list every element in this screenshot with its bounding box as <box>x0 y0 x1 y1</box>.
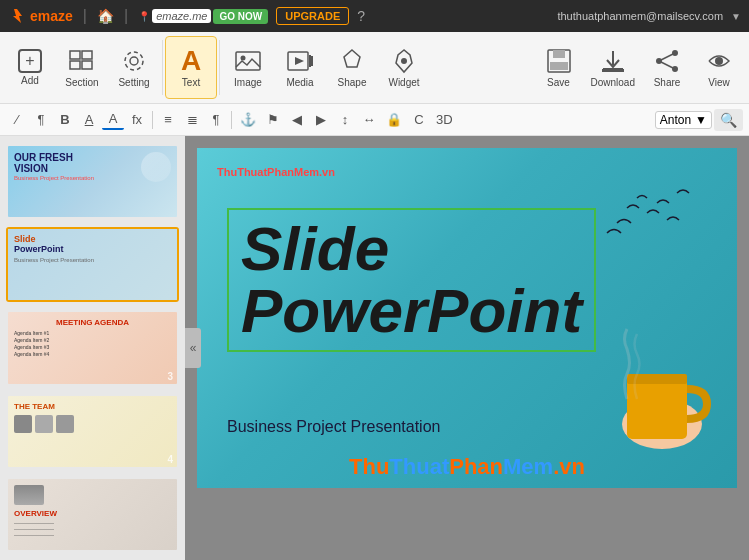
download-icon <box>599 47 627 75</box>
view-label: View <box>708 77 730 88</box>
emaze-me-text: emaze.me <box>152 9 211 23</box>
sec-3d-tool[interactable]: 3D <box>432 110 457 129</box>
save-icon <box>545 47 573 75</box>
svg-point-6 <box>125 52 143 70</box>
svg-point-24 <box>715 57 723 65</box>
slide-thumb-3[interactable]: MEETING AGENDA Agenda Item #1Agenda Item… <box>6 310 179 385</box>
svg-marker-13 <box>344 50 360 67</box>
canvas-title-box[interactable]: Slide PowerPoint <box>227 208 596 352</box>
sec-italic-tool[interactable]: ∕ <box>6 110 28 129</box>
svg-marker-0 <box>13 9 22 23</box>
slide2-main-title: PowerPoint <box>14 245 171 255</box>
emaze-me-label: emaze.me <box>156 10 207 22</box>
view-tool[interactable]: View <box>693 36 745 99</box>
nav-divider: | <box>83 7 87 25</box>
wm-phan: Phan <box>449 454 503 479</box>
slide-thumb-4[interactable]: THE TEAM 4 <box>6 394 179 469</box>
home-icon[interactable]: 🏠 <box>97 8 114 24</box>
media-icon <box>286 47 314 75</box>
sec-para-tool[interactable]: ¶ <box>30 110 52 129</box>
download-tool[interactable]: Download <box>585 36 641 99</box>
slide3-list: Agenda Item #1Agenda Item #2Agenda Item … <box>14 330 171 358</box>
svg-point-14 <box>401 58 407 64</box>
svg-line-22 <box>659 53 675 61</box>
sec-copyright-tool[interactable]: C <box>408 110 430 129</box>
emaze-flame-icon <box>8 7 26 25</box>
widget-tool[interactable]: Widget <box>378 36 430 99</box>
sec-flag-tool[interactable]: ⚑ <box>262 110 284 129</box>
text-label: Text <box>182 77 200 88</box>
sec-lock-tool[interactable]: 🔒 <box>382 110 406 129</box>
sec-bold-tool[interactable]: B <box>54 110 76 129</box>
sec-number-tool[interactable]: ≣ <box>181 110 203 129</box>
slides-panel: OUR FRESHVISION Business Project Present… <box>0 136 185 560</box>
text-tool[interactable]: A Text <box>165 36 217 99</box>
font-name: Anton <box>660 113 691 127</box>
svg-rect-2 <box>82 51 92 59</box>
media-tool[interactable]: Media <box>274 36 326 99</box>
wm-thuat: Thuat <box>389 454 449 479</box>
section-label: Section <box>65 77 98 88</box>
svg-point-5 <box>130 57 138 65</box>
save-tool[interactable]: Save <box>533 36 585 99</box>
slide-thumb-2[interactable]: Slide PowerPoint Business Project Presen… <box>6 227 179 302</box>
share-tool[interactable]: Share <box>641 36 693 99</box>
sec-font-color-tool[interactable]: A <box>102 109 124 130</box>
slide3-title: MEETING AGENDA <box>14 318 171 327</box>
svg-line-23 <box>659 61 675 69</box>
logo-text: emaze <box>30 8 73 24</box>
add-label: Add <box>21 75 39 86</box>
help-button[interactable]: ? <box>357 8 365 24</box>
top-navigation: emaze | 🏠 | 📍 emaze.me GO NOW UPGRADE ? … <box>0 0 749 32</box>
slide-number-4: 4 <box>167 454 173 465</box>
image-label: Image <box>234 77 262 88</box>
wm-mem: Mem <box>503 454 553 479</box>
canvas-area: « ThuThuatPhanMem.vn <box>185 136 749 560</box>
sec-para2-tool[interactable]: ¶ <box>205 110 227 129</box>
search-button[interactable]: 🔍 <box>714 109 743 131</box>
section-tool[interactable]: Section <box>56 36 108 99</box>
collapse-panel-button[interactable]: « <box>185 328 201 368</box>
emaze-me-icon: 📍 <box>138 11 150 22</box>
toolbar-divider2 <box>219 40 220 95</box>
widget-icon <box>390 47 418 75</box>
save-label: Save <box>547 77 570 88</box>
nav-divider2: | <box>124 7 128 25</box>
shape-tool[interactable]: Shape <box>326 36 378 99</box>
sec-fx-tool[interactable]: fx <box>126 110 148 129</box>
sec-expand-h-tool[interactable]: ↔ <box>358 110 380 129</box>
main-area: OUR FRESHVISION Business Project Present… <box>0 136 749 560</box>
sec-audio-left-tool[interactable]: ◀ <box>286 110 308 129</box>
canvas-watermark-bottom: ThuThuatPhanMem.vn <box>349 454 585 480</box>
go-now-button[interactable]: GO NOW <box>213 9 268 24</box>
slide-thumb-5[interactable]: OVERVIEW ———————————————————————— <box>6 477 179 552</box>
sec-expand-v-tool[interactable]: ↕ <box>334 110 356 129</box>
font-dropdown-arrow: ▼ <box>695 113 707 127</box>
sec-audio-tool[interactable]: ▶ <box>310 110 332 129</box>
image-tool[interactable]: Image <box>222 36 274 99</box>
slide5-sub: ———————————————————————— <box>14 520 171 538</box>
sec-link-tool[interactable]: ⚓ <box>236 110 260 129</box>
sec-bullet-tool[interactable]: ≡ <box>157 110 179 129</box>
view-icon <box>705 47 733 75</box>
slide-thumb-1[interactable]: OUR FRESHVISION Business Project Present… <box>6 144 179 219</box>
slide-canvas[interactable]: ThuThuatPhanMem.vn <box>197 148 737 488</box>
add-tool[interactable]: + Add <box>4 36 56 99</box>
share-icon <box>653 47 681 75</box>
upgrade-button[interactable]: UPGRADE <box>276 7 349 25</box>
wm-vn: .vn <box>553 454 585 479</box>
secondary-toolbar: ∕ ¶ B A A fx ≡ ≣ ¶ ⚓ ⚑ ◀ ▶ ↕ ↔ 🔒 C 3D An… <box>0 104 749 136</box>
font-selector[interactable]: Anton ▼ <box>655 111 712 129</box>
title-line1: Slide <box>241 214 389 283</box>
slide1-title: OUR FRESHVISION <box>14 152 94 174</box>
sec-underline-tool[interactable]: A <box>78 110 100 129</box>
text-icon: A <box>181 47 201 75</box>
settings-tool[interactable]: Setting <box>108 36 160 99</box>
slide5-title: OVERVIEW <box>14 509 171 518</box>
slide4-title: THE TEAM <box>14 402 171 411</box>
widget-label: Widget <box>388 77 419 88</box>
watermark-top-text: ThuThuatPhanMem.vn <box>217 166 335 178</box>
logo-area: emaze <box>8 7 73 25</box>
wm-thu: Thu <box>349 454 389 479</box>
user-dropdown-arrow[interactable]: ▼ <box>731 11 741 22</box>
